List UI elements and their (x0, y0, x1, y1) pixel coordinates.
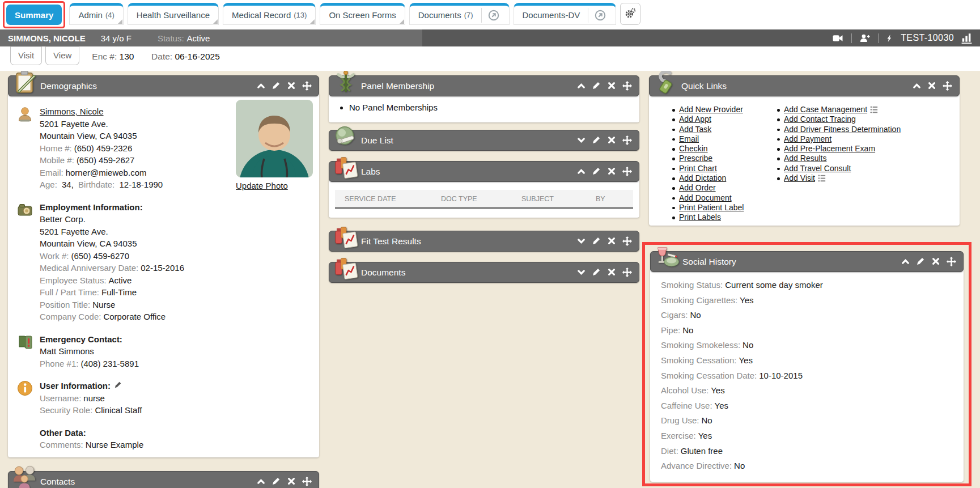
add-person-icon[interactable] (859, 33, 871, 43)
move-icon[interactable] (622, 135, 632, 145)
tab-on-screen-forms[interactable]: On Screen Forms (320, 3, 405, 25)
quick-link[interactable]: Add Payment (784, 134, 831, 143)
expand-icon[interactable] (576, 268, 586, 277)
edit-icon[interactable] (271, 477, 281, 486)
quick-link[interactable]: Print Chart (679, 164, 717, 173)
close-icon[interactable] (927, 81, 937, 91)
edit-icon[interactable] (592, 268, 601, 277)
edit-icon[interactable] (592, 236, 601, 246)
move-icon[interactable] (302, 477, 312, 486)
social-history-row: Smoking Smokeless:No (661, 340, 964, 350)
quick-link[interactable]: Print Patient Label (679, 203, 744, 212)
quick-link[interactable]: Add Results (784, 154, 826, 163)
quick-link-item: Print Labels (672, 213, 744, 222)
status-value: Active (187, 33, 210, 43)
quick-link-item: Add Results (777, 154, 901, 163)
visit-button[interactable]: Visit (10, 46, 42, 65)
close-icon[interactable] (607, 268, 617, 277)
quick-link-item: Print Chart (672, 164, 744, 173)
collapse-icon[interactable] (256, 477, 266, 486)
video-call-icon[interactable] (831, 33, 844, 43)
tab-documents-dv[interactable]: Documents-DV (514, 3, 617, 25)
quick-link[interactable]: Email (679, 134, 699, 143)
field-label: Email: (40, 168, 63, 177)
move-icon[interactable] (943, 81, 952, 91)
quick-link-item: Add Payment (777, 134, 901, 144)
quick-link[interactable]: Checkin (679, 144, 708, 153)
close-icon[interactable] (931, 257, 941, 266)
edit-user-info-icon[interactable] (114, 381, 122, 389)
encounter-info: Enc #: 130 Date: 06-16-2025 (92, 52, 219, 62)
collapse-icon[interactable] (576, 81, 586, 91)
move-icon[interactable] (622, 236, 632, 246)
move-icon[interactable] (622, 167, 632, 176)
labs-table-header: SERVICE DATEDOC TYPESUBJECTBY (335, 190, 633, 209)
field-label: Employee Status: (40, 275, 107, 285)
enc-number-value: 130 (120, 52, 134, 61)
field-label: Pipe: (661, 325, 680, 335)
webchart-summary-screen: Summary Admin (4) Health Surveillance Me… (0, 0, 980, 488)
panel-labs: Labs SERVICE DATEDOC TYPESUBJECTBY (329, 161, 639, 218)
move-icon[interactable] (947, 257, 956, 266)
patient-name-link[interactable]: Simmons, Nicole (40, 107, 104, 116)
collapse-icon[interactable] (901, 257, 910, 266)
field-value: Yes (698, 431, 712, 440)
panel-due-list: Due List (329, 130, 639, 151)
info-icon (17, 380, 40, 417)
chart-stats-icon[interactable] (961, 33, 972, 44)
quick-link[interactable]: Add Order (679, 183, 716, 192)
settings-gear-button[interactable] (620, 3, 640, 25)
quick-link[interactable]: Print Labels (679, 213, 721, 222)
tab-health-surveillance[interactable]: Health Surveillance (128, 3, 219, 25)
close-icon[interactable] (607, 167, 617, 176)
move-icon[interactable] (622, 268, 632, 277)
update-photo-link[interactable]: Update Photo (236, 181, 288, 190)
field-value: No (690, 310, 701, 320)
external-link-icon[interactable] (593, 9, 607, 22)
quick-link[interactable]: Add Contact Tracing (784, 114, 856, 124)
edit-icon[interactable] (592, 81, 601, 91)
expand-icon[interactable] (576, 135, 586, 145)
quick-link[interactable]: Add Driver Fitness Determination (784, 125, 901, 134)
field-value: (650) 459-2326 (74, 143, 133, 153)
move-icon[interactable] (622, 81, 632, 91)
quick-link[interactable]: Add Appt (679, 114, 711, 124)
lightning-bolt-icon[interactable] (886, 33, 893, 43)
field-label: Smoking Cessation: (661, 355, 736, 365)
move-icon[interactable] (302, 81, 312, 91)
tab-medical-record[interactable]: Medical Record (13) (223, 3, 316, 25)
close-icon[interactable] (607, 135, 617, 145)
edit-icon[interactable] (271, 81, 281, 91)
panel-membership-body: No Panel Memberships (329, 94, 639, 122)
quick-link[interactable]: Add Visit (784, 173, 815, 183)
collapse-icon[interactable] (256, 81, 266, 91)
quick-link[interactable]: Add Pre-Placement Exam (784, 144, 875, 153)
dropdown-fold (118, 19, 122, 24)
close-icon[interactable] (287, 81, 296, 91)
close-icon[interactable] (287, 477, 296, 486)
edit-icon[interactable] (592, 135, 601, 145)
tab-admin[interactable]: Admin (4) (69, 3, 123, 25)
quick-link[interactable]: Add Document (679, 193, 732, 202)
view-button[interactable]: View (45, 46, 79, 65)
close-icon[interactable] (607, 81, 617, 91)
collapse-icon[interactable] (912, 81, 922, 91)
quick-link[interactable]: Prescribe (679, 154, 712, 163)
edit-icon[interactable] (592, 167, 601, 176)
field-value: Nurse (92, 300, 115, 309)
field-label: Diet: (661, 446, 678, 456)
edit-icon[interactable] (916, 257, 926, 266)
quick-link[interactable]: Add New Provider (679, 105, 743, 114)
quick-link[interactable]: Add Task (679, 125, 711, 134)
collapse-icon[interactable] (576, 167, 586, 176)
quick-link[interactable]: Add Case Management (784, 105, 867, 114)
quick-link[interactable]: Add Dictation (679, 173, 726, 183)
external-link-icon[interactable] (487, 9, 500, 22)
quick-link[interactable]: Add Travel Consult (784, 164, 851, 173)
expand-icon[interactable] (576, 236, 586, 246)
field-label: Smoking Status: (661, 280, 723, 290)
labs-header: Labs (329, 161, 639, 182)
tab-summary[interactable]: Summary (6, 5, 62, 25)
tab-documents[interactable]: Documents (7) (409, 3, 510, 25)
close-icon[interactable] (607, 236, 617, 246)
